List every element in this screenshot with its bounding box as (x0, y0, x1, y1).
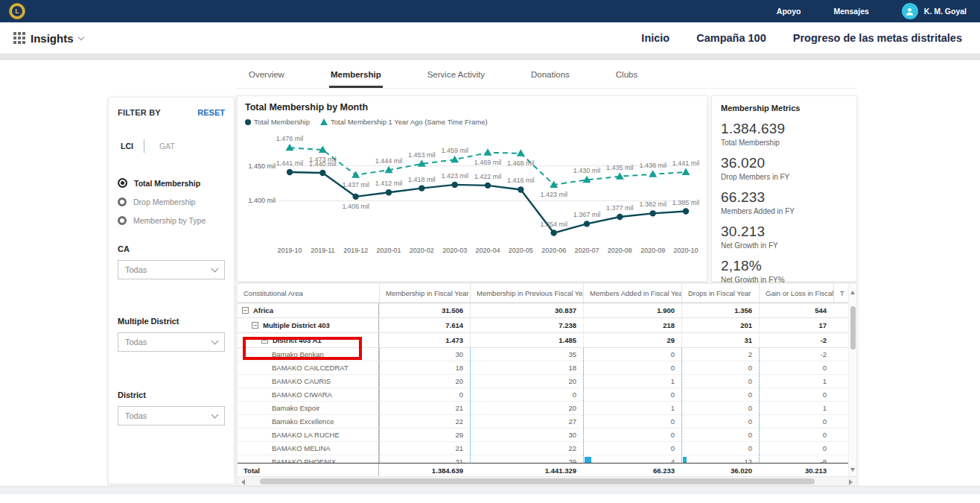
table-row[interactable]: BAMAKO CAILCEDRAT1818000 (238, 361, 856, 375)
cell-value: -2 (759, 348, 833, 361)
cell-value: 218 (583, 318, 681, 332)
row-label: Bamako Excellence (238, 415, 379, 428)
nav-inicio[interactable]: Inicio (641, 32, 669, 44)
horizontal-scroll-thumb[interactable] (260, 478, 815, 484)
table-row[interactable]: BAMAKO PHOENIX3139412-8 (238, 455, 856, 463)
col-gain-loss-fy[interactable]: Gain or Loss in Fiscal Year (759, 284, 833, 303)
reset-button[interactable]: RESET (197, 108, 225, 117)
toggle-lci[interactable]: LCI (118, 142, 144, 151)
vertical-scrollbar[interactable] (848, 284, 856, 476)
bottom-strip (0, 486, 980, 494)
insights-dashboard-page: L Apoyo Mensajes K. M. Goyal Insights In… (0, 0, 980, 503)
tab-membership[interactable]: Membership (329, 66, 383, 88)
metric-net-growth-pct: 2,18% Net Growth in FY% (721, 258, 847, 284)
row-label: Bamako Espoir (238, 402, 379, 414)
cell-value: -2 (759, 333, 833, 347)
district-filter-dropdown[interactable]: Todas (118, 406, 225, 426)
svg-text:2020-10: 2020-10 (673, 247, 698, 254)
toggle-gat[interactable]: GAT (144, 142, 175, 151)
cell-value: 20 (470, 402, 583, 414)
cell-value: 0 (681, 375, 759, 387)
legend-total-membership[interactable]: Total Membership (245, 118, 310, 126)
triangle-marker-icon (320, 118, 328, 125)
chart-title: Total Membership by Month (245, 102, 699, 113)
table-row[interactable]: Bamako Espoir2120101 (238, 402, 856, 415)
svg-text:1.377 mil: 1.377 mil (606, 204, 634, 212)
svg-text:2019-11: 2019-11 (311, 247, 334, 254)
table-row[interactable]: District 403 A11.4731.4852931-2 (238, 333, 856, 348)
cell-value: -8 (759, 455, 833, 463)
cell-value: 0 (681, 428, 759, 441)
chart-legend: Total Membership Total Membership 1 Year… (245, 118, 699, 126)
nav-progreso-metas[interactable]: Progreso de las metas distritales (793, 32, 962, 44)
mensajes-link[interactable]: Mensajes (834, 7, 869, 16)
svg-text:1.469 mil: 1.469 mil (474, 159, 502, 166)
table-row[interactable]: Africa31.50630.8371.9001.356544 (238, 303, 856, 318)
cell-value: 1.900 (583, 303, 681, 317)
svg-text:1.406 mil: 1.406 mil (342, 203, 369, 210)
svg-text:1.450 mil: 1.450 mil (248, 162, 276, 170)
cell-value: 0 (583, 428, 681, 441)
svg-text:1.418 mil: 1.418 mil (408, 176, 436, 183)
col-constitutional-area[interactable]: Constitutional Area (238, 284, 379, 303)
multiple-district-filter-label: Multiple District (118, 317, 225, 326)
svg-text:2020-09: 2020-09 (640, 247, 665, 254)
radio-membership-by-type[interactable]: Membership by Type (118, 216, 225, 225)
lions-club-logo-icon[interactable]: L (9, 3, 25, 19)
table-row[interactable]: Bamako Benkan303502-2 (238, 348, 856, 361)
cell-value: 7.238 (470, 318, 583, 332)
svg-text:2019-12: 2019-12 (343, 247, 368, 254)
svg-text:1.476 mil: 1.476 mil (276, 135, 304, 142)
radio-drop-membership[interactable]: Drop Membership (118, 197, 225, 206)
ca-filter-dropdown[interactable]: Todas (118, 260, 225, 279)
legend-total-membership-1-year-ago[interactable]: Total Membership 1 Year Ago (Same Time F… (320, 118, 488, 126)
tab-donations[interactable]: Donations (529, 66, 571, 88)
app-title: Insights (31, 32, 74, 45)
collapse-icon[interactable] (261, 337, 268, 344)
district-filter-label: District (118, 390, 225, 399)
person-icon (905, 7, 914, 16)
metric-net-growth: 30.213 Net Growth in FY (721, 224, 847, 250)
tab-clubs[interactable]: Clubs (614, 66, 639, 88)
col-drops-fy[interactable]: Drops in Fiscal Year (681, 284, 759, 303)
user-name[interactable]: K. M. Goyal (924, 7, 967, 16)
tab-overview[interactable]: Overview (247, 66, 286, 88)
table-row[interactable]: Multiple District 4037.6147.23821820117 (238, 318, 856, 333)
multiple-district-filter-dropdown[interactable]: Todas (118, 332, 225, 352)
table-row[interactable]: BAMAKO MELINA2122000 (238, 442, 856, 455)
table-row[interactable]: BAMAKO LA RUCHE2930000 (238, 428, 856, 442)
cell-value: 7.614 (379, 318, 470, 332)
cell-value: 0 (583, 415, 681, 428)
radio-total-membership[interactable]: Total Membership (118, 178, 225, 188)
cell-value: 0 (681, 388, 759, 401)
cell-value: 29 (583, 333, 681, 347)
col-membership-fy[interactable]: Membership in Fiscal Year (379, 284, 470, 303)
scroll-right-icon[interactable] (849, 479, 853, 485)
cell-value: 0 (759, 388, 833, 401)
scroll-left-icon[interactable] (241, 479, 245, 485)
table-row[interactable]: BAMAKO CIWARA00000 (238, 388, 856, 402)
tab-service-activity[interactable]: Service Activity (426, 66, 486, 88)
cell-value: 0 (583, 388, 681, 401)
svg-text:2020-02: 2020-02 (410, 247, 434, 254)
circle-marker-icon (245, 119, 251, 125)
user-avatar[interactable] (902, 3, 918, 19)
table-row[interactable]: BAMAKO CAURIS2020101 (238, 375, 856, 388)
col-members-added-fy[interactable]: Members Added in Fiscal Year (583, 284, 681, 303)
scroll-down-icon[interactable] (850, 468, 855, 472)
insights-app-menu[interactable]: Insights (13, 32, 83, 45)
cell-value: 2 (681, 348, 759, 361)
nav-campana-100[interactable]: Campaña 100 (696, 32, 766, 44)
collapse-icon[interactable] (242, 307, 249, 314)
svg-text:1.423 mil: 1.423 mil (540, 191, 567, 198)
cell-value: 22 (379, 415, 470, 428)
horizontal-scrollbar[interactable] (238, 476, 856, 485)
collapse-icon[interactable] (252, 322, 258, 329)
scroll-up-icon[interactable] (850, 291, 855, 294)
col-membership-prev-fy[interactable]: Membership in Previous Fiscal Year (470, 284, 583, 303)
data-bar (585, 457, 591, 463)
table-row[interactable]: Bamako Excellence2227000 (238, 415, 856, 428)
apoyo-link[interactable]: Apoyo (777, 7, 801, 16)
vertical-scroll-thumb[interactable] (850, 306, 856, 349)
svg-text:2020-03: 2020-03 (442, 247, 467, 254)
